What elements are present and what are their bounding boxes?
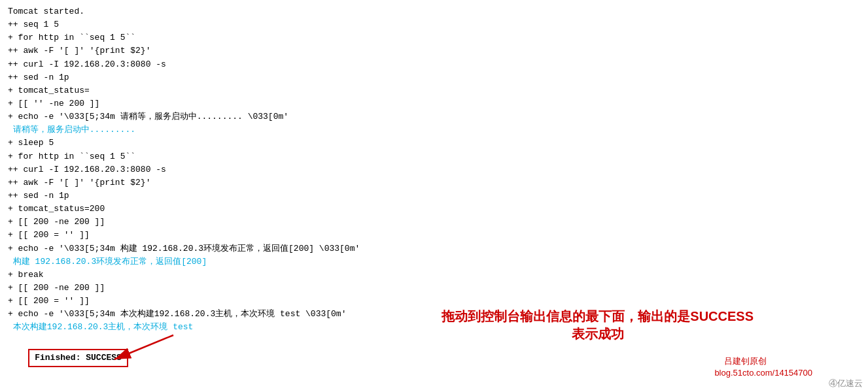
line-13: ++ curl -I 192.168.20.3:8080 -s (8, 163, 860, 176)
line-4: ++ awk -F '[ ]' '{print $2}' (8, 44, 860, 57)
line-9: + echo -e '\033[5;34m 请稍等，服务启动中.........… (8, 110, 860, 123)
line-3: + for http in ``seq 1 5`` (8, 31, 860, 44)
annotation-line2: 表示成功 (442, 325, 754, 343)
watermark-name: 吕建钊原创 (724, 355, 767, 367)
line-18: + [[ 200 = '' ]] (8, 229, 860, 242)
line-2: ++ seq 1 5 (8, 18, 860, 31)
line-11: + sleep 5 (8, 137, 860, 150)
line-12: + for http in ``seq 1 5`` (8, 150, 860, 163)
watermark-blog: blog.51cto.com/14154700 (714, 368, 812, 378)
line-21: + break (8, 269, 860, 282)
line-14: ++ awk -F '[ ]' '{print $2}' (8, 176, 860, 189)
annotation-line1: 拖动到控制台输出信息的最下面，输出的是SUCCESS (442, 307, 754, 325)
line-22: + [[ 200 -ne 200 ]] (8, 282, 860, 295)
svg-line-1 (114, 335, 173, 359)
line-17: + [[ 200 -ne 200 ]] (8, 216, 860, 229)
line-20: 构建 192.168.20.3环境发布正常，返回值[200] (8, 255, 860, 269)
line-1: Tomcat started. (8, 5, 860, 18)
line-16: + tomcat_status=200 (8, 203, 860, 216)
line-19: + echo -e '\033[5;34m 构建 192.168.20.3环境发… (8, 242, 860, 255)
line-5: ++ curl -I 192.168.20.3:8080 -s (8, 58, 860, 71)
line-8: + [[ '' -ne 200 ]] (8, 97, 860, 110)
line-10: 请稍等，服务启动中......... (8, 123, 860, 137)
line-6: ++ sed -n 1p (8, 71, 860, 84)
annotation-container: 拖动到控制台输出信息的最下面，输出的是SUCCESS 表示成功 (442, 307, 754, 343)
arrow-icon (101, 332, 180, 365)
line-15: ++ sed -n 1p (8, 189, 860, 203)
yiyun-logo: ④亿速云 (829, 378, 863, 389)
line-23: + [[ 200 = '' ]] (8, 295, 860, 308)
terminal-window: Tomcat started. ++ seq 1 5 + for http in… (0, 0, 868, 392)
line-7: + tomcat_status= (8, 84, 860, 97)
